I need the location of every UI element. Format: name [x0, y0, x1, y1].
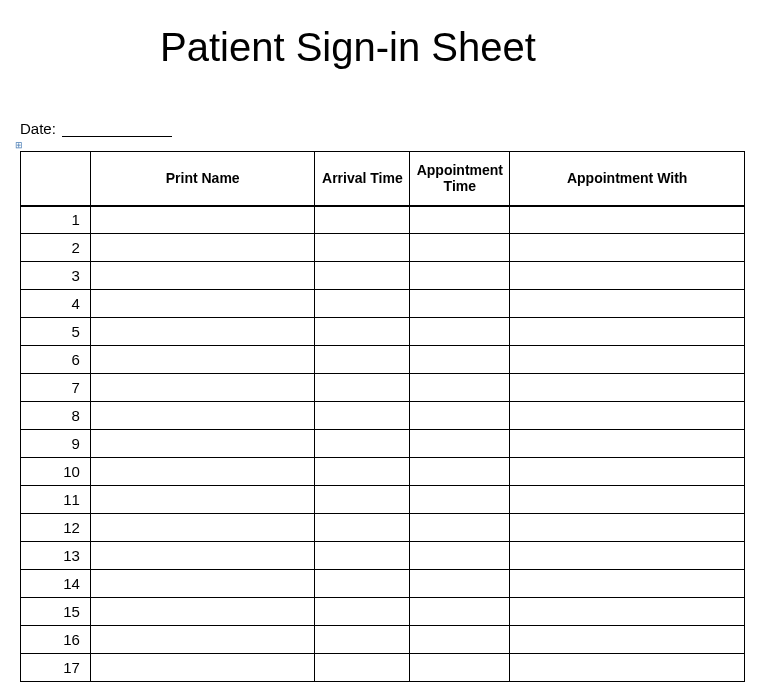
cell-appt-time	[410, 542, 510, 570]
cell-name	[90, 430, 315, 458]
table-anchor-icon: ⊞	[15, 141, 753, 151]
table-row: 11	[21, 486, 745, 514]
cell-num: 13	[21, 542, 91, 570]
cell-appt-time	[410, 234, 510, 262]
cell-num: 7	[21, 374, 91, 402]
cell-num: 6	[21, 346, 91, 374]
cell-appt-with	[510, 402, 745, 430]
cell-num: 5	[21, 318, 91, 346]
cell-name	[90, 654, 315, 682]
cell-num: 10	[21, 458, 91, 486]
cell-appt-with	[510, 626, 745, 654]
cell-appt-time	[410, 626, 510, 654]
cell-arrival	[315, 206, 410, 234]
header-arrival: Arrival Time	[315, 152, 410, 206]
cell-appt-time	[410, 598, 510, 626]
table-row: 7	[21, 374, 745, 402]
cell-arrival	[315, 374, 410, 402]
cell-num: 15	[21, 598, 91, 626]
cell-appt-with	[510, 262, 745, 290]
cell-name	[90, 206, 315, 234]
cell-name	[90, 542, 315, 570]
cell-num: 8	[21, 402, 91, 430]
page-title: Patient Sign-in Sheet	[160, 25, 753, 70]
cell-appt-time	[410, 458, 510, 486]
cell-appt-time	[410, 402, 510, 430]
cell-name	[90, 234, 315, 262]
cell-appt-time	[410, 290, 510, 318]
cell-num: 4	[21, 290, 91, 318]
cell-name	[90, 318, 315, 346]
cell-name	[90, 458, 315, 486]
cell-num: 1	[21, 206, 91, 234]
cell-appt-with	[510, 514, 745, 542]
cell-name	[90, 486, 315, 514]
cell-name	[90, 262, 315, 290]
cell-num: 14	[21, 570, 91, 598]
cell-appt-time	[410, 374, 510, 402]
cell-appt-time	[410, 570, 510, 598]
cell-appt-with	[510, 458, 745, 486]
header-name: Print Name	[90, 152, 315, 206]
cell-appt-with	[510, 430, 745, 458]
cell-appt-with	[510, 346, 745, 374]
cell-arrival	[315, 570, 410, 598]
cell-name	[90, 570, 315, 598]
cell-appt-with	[510, 318, 745, 346]
cell-name	[90, 290, 315, 318]
cell-appt-time	[410, 654, 510, 682]
table-row: 17	[21, 654, 745, 682]
header-num	[21, 152, 91, 206]
cell-appt-time	[410, 346, 510, 374]
cell-name	[90, 374, 315, 402]
cell-name	[90, 402, 315, 430]
cell-appt-with	[510, 234, 745, 262]
cell-name	[90, 626, 315, 654]
cell-appt-time	[410, 262, 510, 290]
header-appt-time: Appointment Time	[410, 152, 510, 206]
cell-arrival	[315, 346, 410, 374]
cell-appt-time	[410, 430, 510, 458]
cell-arrival	[315, 318, 410, 346]
cell-appt-with	[510, 290, 745, 318]
table-row: 13	[21, 542, 745, 570]
cell-appt-with	[510, 654, 745, 682]
header-appt-with: Appointment With	[510, 152, 745, 206]
table-row: 8	[21, 402, 745, 430]
signin-table: Print Name Arrival Time Appointment Time…	[20, 151, 745, 682]
cell-num: 11	[21, 486, 91, 514]
cell-appt-with	[510, 598, 745, 626]
cell-arrival	[315, 262, 410, 290]
date-field: Date:	[20, 120, 753, 137]
cell-arrival	[315, 402, 410, 430]
cell-appt-with	[510, 206, 745, 234]
table-row: 1	[21, 206, 745, 234]
cell-name	[90, 598, 315, 626]
cell-appt-with	[510, 486, 745, 514]
cell-arrival	[315, 626, 410, 654]
cell-arrival	[315, 458, 410, 486]
table-row: 5	[21, 318, 745, 346]
cell-arrival	[315, 542, 410, 570]
date-value	[62, 136, 172, 137]
date-label: Date:	[20, 120, 56, 137]
table-row: 3	[21, 262, 745, 290]
cell-name	[90, 346, 315, 374]
cell-num: 17	[21, 654, 91, 682]
cell-num: 9	[21, 430, 91, 458]
cell-num: 16	[21, 626, 91, 654]
cell-arrival	[315, 654, 410, 682]
table-row: 9	[21, 430, 745, 458]
cell-appt-with	[510, 374, 745, 402]
table-row: 10	[21, 458, 745, 486]
cell-arrival	[315, 514, 410, 542]
cell-appt-time	[410, 206, 510, 234]
cell-appt-with	[510, 570, 745, 598]
table-row: 15	[21, 598, 745, 626]
cell-appt-with	[510, 542, 745, 570]
cell-arrival	[315, 290, 410, 318]
cell-num: 12	[21, 514, 91, 542]
cell-name	[90, 514, 315, 542]
table-row: 4	[21, 290, 745, 318]
cell-arrival	[315, 598, 410, 626]
